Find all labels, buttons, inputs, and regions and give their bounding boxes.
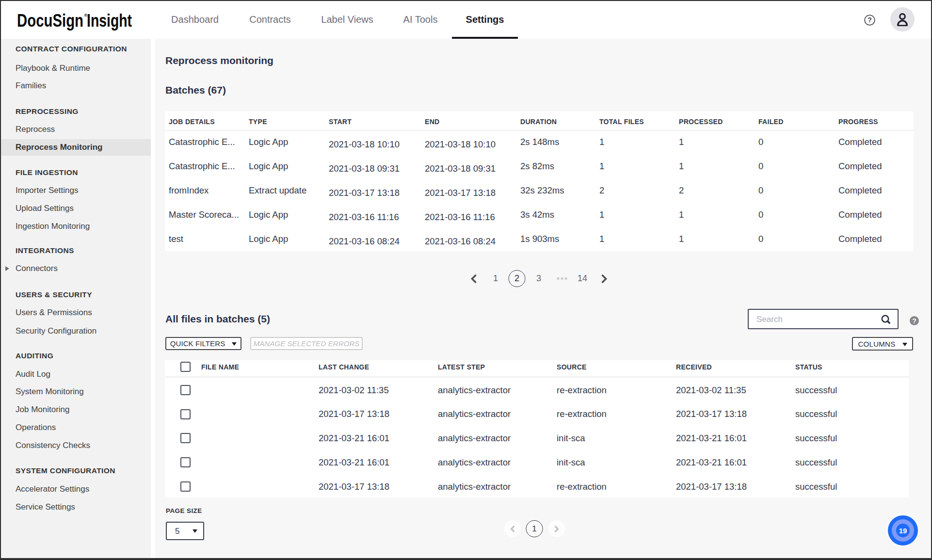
- svg-text:DocuSign: DocuSign: [17, 11, 83, 31]
- svg-text:Insight: Insight: [87, 11, 132, 31]
- svg-text:?: ?: [868, 16, 872, 24]
